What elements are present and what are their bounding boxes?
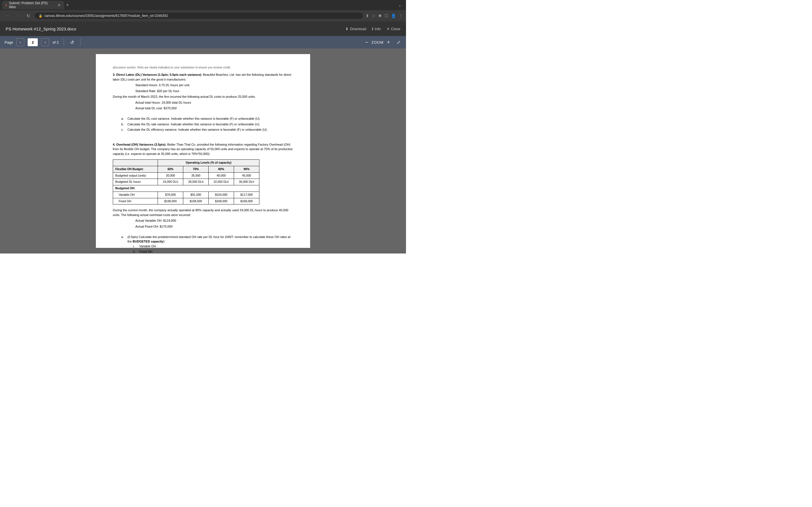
row-val-1-3: 32,000 DLh (209, 179, 234, 185)
row-val-0-1: 30,000 (158, 172, 183, 179)
table-row: Budgeted OH: (113, 185, 259, 192)
section3-standards: Standard Hours: 0.75 DL hours per unit S… (135, 83, 293, 93)
tab-title: Submit: Problem Set (PS) Wee (9, 1, 55, 9)
total-pages: of 2 (52, 40, 59, 45)
table-header-label (113, 160, 158, 166)
bold-text: BUDGETED capacity (133, 240, 163, 243)
item-text-c: Calculate the DL efficiency variance. In… (128, 127, 267, 132)
browser-tab[interactable]: I Submit: Problem Set (PS) Wee ✕ (2, 1, 64, 9)
app-header: PS Homework #12_Spring 2023.docx ⬇ Downl… (0, 21, 406, 36)
list-item: c. Calculate the DL efficiency variance.… (121, 127, 293, 132)
list-item: ii. Fixed OH (133, 249, 293, 253)
close-icon: ✕ (387, 27, 390, 31)
standard-hours: Standard Hours: 0.75 DL hours per unit (135, 83, 293, 88)
item-content-a: (0.5pts) Calculate the predetermined sta… (128, 235, 293, 253)
item-label-b: b. (121, 122, 126, 127)
table-row: Variable OH $78,000 $91,000 $104,000 $11… (113, 191, 259, 198)
row-val-4-2: $168,000 (183, 198, 209, 205)
close-button[interactable]: ✕ Close (387, 27, 400, 31)
sub-label-ii: ii. (133, 249, 138, 253)
toolbar-divider (64, 38, 64, 46)
actual-variable-oh: Actual Variable OH: $119,000 (135, 218, 293, 223)
url-bar[interactable]: 🔒 canvas.illinois.edu/courses/33591/assi… (35, 13, 363, 19)
refresh-button[interactable]: ↺ (69, 39, 75, 46)
zoom-out-button[interactable]: − (363, 39, 370, 46)
row-label-1: Budgeted DL hours (113, 179, 158, 185)
document-title: PS Homework #12_Spring 2023.docx (6, 26, 345, 31)
sub-list-a: i. Variable OH ii. Fixed OH (133, 244, 293, 253)
zoom-label: ZOOM (371, 40, 384, 45)
row-val-4-3: $168,000 (209, 198, 234, 205)
section4-list: a. (0.5pts) Calculate the predetermined … (121, 235, 293, 253)
actual-hours: Actual total Hours: 19,000 total DL hour… (135, 100, 293, 105)
tab-close-button[interactable]: ✕ (57, 3, 61, 7)
section4-actuals: Actual Variable OH: $119,000 Actual Fixe… (135, 218, 293, 229)
section3-actuals: Actual total Hours: 19,000 total DL hour… (135, 100, 293, 111)
table-col-4: 90% (234, 166, 259, 172)
item-label-c: c. (121, 127, 126, 132)
document-area: discussion section. Hints are clearly in… (0, 48, 406, 253)
table-row: Fixed OH $168,000 $168,000 $168,000 $168… (113, 198, 259, 205)
info-button[interactable]: ℹ Info (372, 27, 381, 31)
table-col-3: 80% (209, 166, 234, 172)
new-tab-button[interactable]: + (66, 2, 69, 8)
list-item: a. (0.5pts) Calculate the predetermined … (121, 235, 293, 253)
prev-page-button[interactable]: ‹ (16, 38, 24, 46)
list-item: i. Variable OH (133, 244, 293, 249)
item-text-b: Calculate the DL rate variance. Indicate… (128, 122, 260, 127)
document-toolbar: Page ‹ 2 › of 2 ↺ − ZOOM + ⤢ (0, 36, 406, 48)
row-val-3-2: $91,000 (183, 191, 209, 198)
url-text: canvas.illinois.edu/courses/33591/assign… (44, 14, 168, 18)
row-label-4: Fixed OH (113, 198, 158, 205)
tab-icon: I (6, 3, 7, 7)
section3-heading: 3. Direct Labor (DL) Variances (1.5pts; … (113, 72, 293, 82)
row-val-1-4: 36,000 DLh (234, 179, 259, 185)
sub-text-i: Variable OH (139, 244, 156, 249)
list-item: a. Calculate the DL cost variance. Indic… (121, 116, 293, 121)
row-val-1-2: 28,000 DLh (183, 179, 209, 185)
row-val-4-1: $168,000 (158, 198, 183, 205)
actual-cost: Actual total DL cost: $370,500 (135, 106, 293, 111)
forward-button[interactable]: → (14, 13, 22, 19)
reload-button[interactable]: ↻ (25, 13, 32, 19)
table-col-1: 60% (158, 166, 183, 172)
row-label-2: Budgeted OH: (113, 185, 259, 192)
zoom-in-button[interactable]: + (385, 39, 392, 46)
current-page-number[interactable]: 2 (28, 38, 38, 46)
document-page: discussion section. Hints are clearly in… (96, 54, 310, 248)
header-actions: ⬇ Download ℹ Info ✕ Close (345, 27, 400, 31)
section3-actual-intro: During the month of March 2023, the firm… (113, 94, 293, 99)
list-item: b. Calculate the DL rate variance. Indic… (121, 122, 293, 127)
table-row: Budgeted DL hours 24,000 DLh 28,000 DLh … (113, 179, 259, 185)
table-operating-levels-header: Operating Levels (% of capacity) (158, 160, 259, 166)
info-icon: ℹ (372, 27, 373, 31)
row-val-4-4: $168,000 (234, 198, 259, 205)
sub-label-i: i. (133, 244, 138, 249)
top-fade-text: discussion section. Hints are clearly in… (113, 65, 293, 69)
download-button[interactable]: ⬇ Download (345, 27, 366, 31)
page-label: Page (4, 40, 13, 45)
fullscreen-button[interactable]: ⤢ (396, 39, 402, 46)
share-icon[interactable]: ⬆ (366, 13, 369, 18)
back-button[interactable]: ← (3, 13, 11, 19)
row-label-0: Budgeted output (units) (113, 172, 158, 179)
sub-text-ii: Fixed OH (139, 249, 152, 253)
reading-mode-icon[interactable]: ☐ (385, 13, 388, 18)
bookmark-icon[interactable]: ☆ (372, 13, 375, 18)
menu-icon[interactable]: ⋮ (399, 13, 403, 18)
section4-heading: 4. Overhead (OH) Variances (3.5pts): Bet… (113, 142, 293, 156)
profile-icon[interactable]: 👤 (391, 13, 396, 18)
tab-menu-button[interactable]: ⌄ (398, 3, 402, 7)
extensions-icon[interactable]: ✱ (378, 13, 382, 18)
download-icon: ⬇ (345, 27, 349, 31)
oh-budget-table: Operating Levels (% of capacity) Flexibl… (113, 159, 259, 205)
table-col-0: Flexible OH Budget: (113, 166, 158, 172)
row-val-1-1: 24,000 DLh (158, 179, 183, 185)
item-text-a: Calculate the DL cost variance. Indicate… (128, 116, 260, 121)
row-val-3-4: $117,000 (234, 191, 259, 198)
row-val-0-4: 45,000 (234, 172, 259, 179)
next-page-button[interactable]: › (41, 38, 49, 46)
zoom-controls: − ZOOM + ⤢ (363, 39, 402, 46)
table-row: Budgeted output (units) 30,000 35,000 40… (113, 172, 259, 179)
row-label-3: Variable OH (113, 191, 158, 198)
